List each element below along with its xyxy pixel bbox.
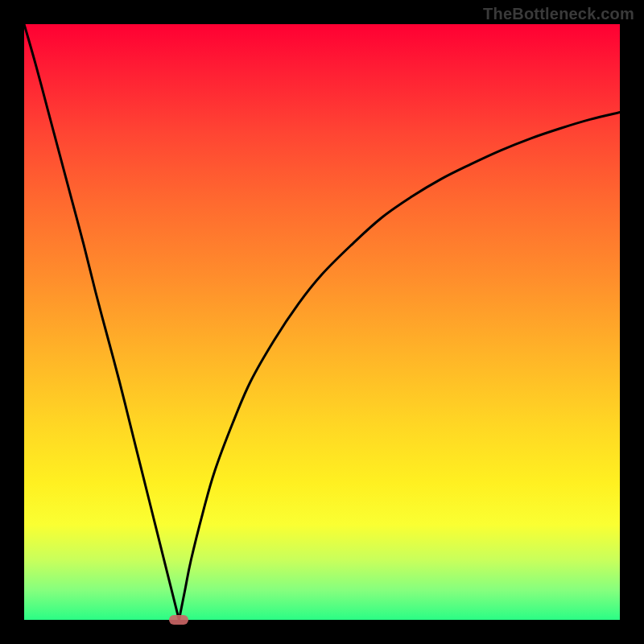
chart-frame: { "watermark": "TheBottleneck.com", "col… xyxy=(0,0,644,644)
bottleneck-curve xyxy=(24,24,620,620)
watermark-text: TheBottleneck.com xyxy=(483,5,634,23)
minimum-marker xyxy=(169,615,188,625)
plot-area xyxy=(24,24,620,620)
